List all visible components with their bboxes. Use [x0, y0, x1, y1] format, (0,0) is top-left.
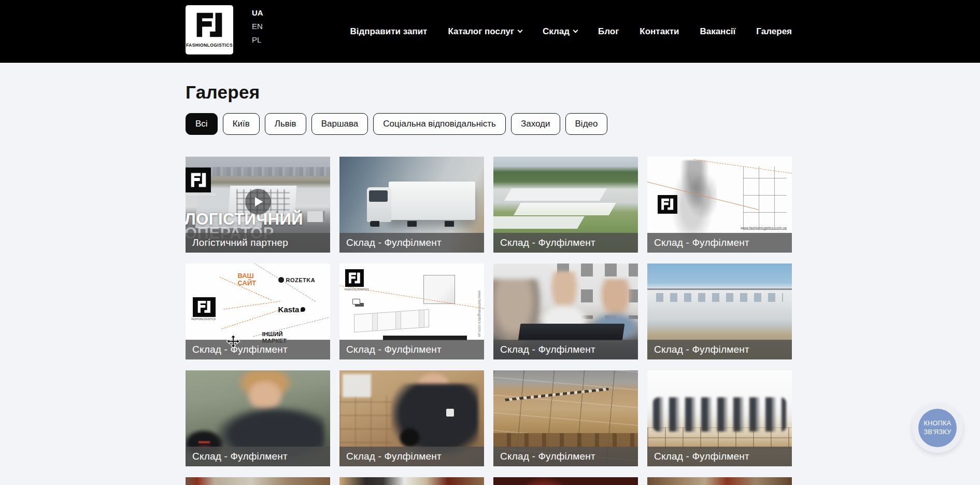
lang-en[interactable]: EN: [252, 22, 263, 31]
brand-monogram-icon: [190, 171, 207, 189]
nav-services-catalog[interactable]: Каталог послуг: [448, 26, 522, 37]
gallery-item[interactable]: [647, 477, 792, 485]
gallery-item[interactable]: [339, 477, 484, 485]
item-caption: Склад - Фулфілмент: [186, 340, 330, 359]
chevron-down-icon: [573, 28, 578, 33]
company-logo[interactable]: FASHIONLOGISTICS: [186, 5, 233, 54]
filter-events[interactable]: Заходи: [511, 113, 560, 135]
gallery-item[interactable]: www.fashionlogistics.com.ua Склад - Фулф…: [647, 157, 792, 253]
filter-kyiv[interactable]: Київ: [223, 113, 260, 135]
item-caption: Склад - Фулфілмент: [493, 447, 638, 466]
mini-brand-text: FASHIONLOGISTICS: [345, 288, 369, 291]
logo-patch: [446, 409, 454, 417]
brand-monogram-icon: [194, 9, 224, 40]
item-caption: Склад - Фулфілмент: [647, 340, 792, 359]
brand-monogram-icon: [658, 195, 677, 214]
header: FASHIONLOGISTICS UA EN PL Відправити зап…: [0, 0, 980, 63]
item-caption: Склад - Фулфілмент: [339, 447, 484, 466]
rozetka-icon: [278, 277, 284, 283]
gallery-item[interactable]: Склад - Фулфілмент: [339, 157, 484, 253]
nav-vacancies[interactable]: Вакансії: [700, 26, 735, 37]
gallery-item[interactable]: [186, 477, 330, 485]
contact-button-circle: КНОПКА ЗВ'ЯЗКУ: [918, 409, 957, 447]
gallery-item[interactable]: Склад - Фулфілмент: [493, 264, 638, 359]
gallery-item-video[interactable]: FASHIONLOGISTICS ЛОГІСТИЧНИЙ ОПЕРАТОР Ло…: [186, 157, 330, 253]
gallery-item[interactable]: FASHIONLOGISTICS www.fashionlogistics.co…: [339, 264, 484, 359]
play-button[interactable]: [245, 189, 271, 215]
lang-ua[interactable]: UA: [252, 8, 263, 17]
nav-gallery[interactable]: Галерея: [756, 26, 792, 37]
item-caption: Склад - Фулфілмент: [493, 340, 638, 359]
page-title: Галерея: [186, 82, 260, 103]
gallery-filters: Всі Київ Львів Варшава Соціальна відпові…: [186, 113, 607, 135]
gallery-item[interactable]: Склад - Фулфілмент: [647, 370, 792, 466]
cart-icon: [352, 299, 360, 304]
gallery-item[interactable]: Склад - Фулфілмент: [647, 264, 792, 359]
watermark-url: www.fashionlogistics.com.ua: [741, 226, 787, 230]
watermark-url: www.fashionlogistics.com.ua: [478, 290, 481, 337]
language-switcher: UA EN PL: [252, 8, 263, 44]
nav-blog[interactable]: Блог: [598, 26, 619, 37]
kasta-icon: [301, 307, 305, 312]
filter-lviv[interactable]: Львів: [265, 113, 306, 135]
gallery-page: FASHIONLOGISTICS UA EN PL Відправити зап…: [0, 0, 980, 485]
gallery-item[interactable]: Склад - Фулфілмент: [493, 157, 638, 253]
gallery-grid: FASHIONLOGISTICS ЛОГІСТИЧНИЙ ОПЕРАТОР Ло…: [186, 157, 792, 485]
nav-contacts[interactable]: Контакти: [640, 26, 679, 37]
gallery-item[interactable]: [493, 477, 638, 485]
chevron-down-icon: [518, 28, 523, 33]
brand-monogram-icon: [345, 269, 364, 287]
nav-warehouse[interactable]: Склад: [543, 26, 577, 37]
nav-send-request[interactable]: Відправити запит: [350, 26, 427, 37]
diagram-label-your-site: ВАШ САЙТ: [237, 272, 264, 287]
filter-social-responsibility[interactable]: Соціальна відповідальність: [373, 113, 506, 135]
item-caption: Склад - Фулфілмент: [186, 447, 330, 466]
logo-brand-text: FASHIONLOGISTICS: [186, 43, 233, 48]
diagram-label-rozetka: ROZETKA: [278, 277, 316, 283]
item-caption: Склад - Фулфілмент: [647, 447, 792, 466]
item-caption: Склад - Фулфілмент: [339, 340, 484, 359]
diagram-label-kasta: Kasta: [278, 305, 306, 314]
mini-brand-text: FASHIONLOGISTICS: [191, 318, 216, 321]
brand-monogram-icon: [193, 297, 216, 317]
item-caption: Склад - Фулфілмент: [339, 233, 484, 253]
video-brand-logo: [186, 168, 211, 192]
gallery-item[interactable]: Склад - Фулфілмент: [339, 370, 484, 466]
filter-warsaw[interactable]: Варшава: [311, 113, 368, 135]
video-brand-text: FASHIONLOGISTICS: [186, 193, 216, 196]
gallery-item[interactable]: ВАШ САЙТ ROZETKA Kasta ІНШИЙ МАРКЕТ FASH…: [186, 264, 330, 359]
play-icon: [255, 197, 263, 206]
item-caption: Склад - Фулфілмент: [493, 233, 638, 253]
gallery-item[interactable]: Склад - Фулфілмент: [493, 370, 638, 466]
main-nav: Відправити запит Каталог послуг Склад Бл…: [350, 0, 792, 63]
contact-floating-button[interactable]: КНОПКА ЗВ'ЯЗКУ: [912, 403, 963, 453]
lang-pl[interactable]: PL: [252, 35, 263, 44]
gallery-item[interactable]: Склад - Фулфілмент: [186, 370, 330, 466]
filter-all[interactable]: Всі: [186, 113, 218, 135]
filter-video[interactable]: Відео: [565, 113, 608, 135]
item-caption: Склад - Фулфілмент: [647, 233, 792, 253]
item-caption: Логістичний партнер: [186, 233, 330, 253]
